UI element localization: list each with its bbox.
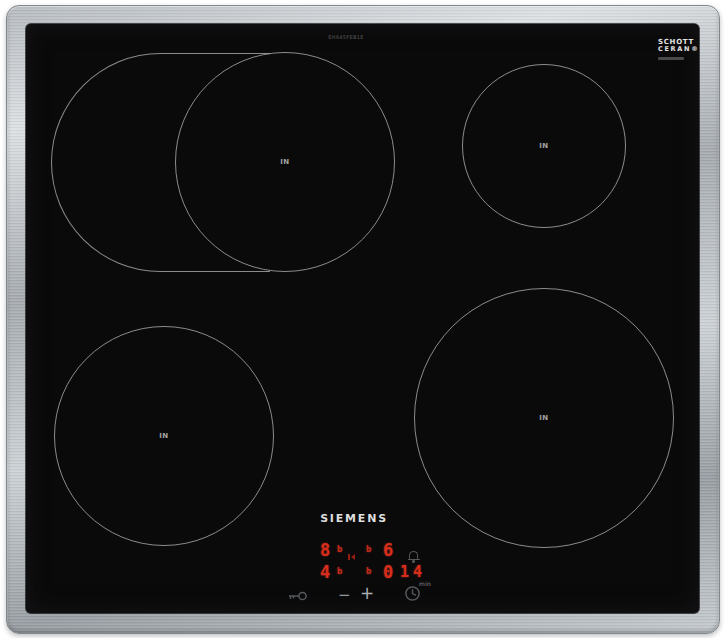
minus-button[interactable]: − [338, 588, 351, 603]
zone-bottom-left-label: IN [159, 432, 169, 440]
schott-logo-line2: CERAN® [658, 46, 699, 53]
level-display-front-right: 0 [383, 564, 393, 581]
zone-top-right-label: IN [539, 142, 549, 150]
schott-ceran-logo: SCHOTT CERAN® [658, 38, 699, 60]
steel-frame: EH645FEB1E SCHOTT CERAN® IN IN IN IN SIE… [6, 5, 720, 634]
level-display-front-left: 4 [320, 564, 330, 581]
zone-top-right: IN [462, 64, 626, 228]
boost-indicator-3: b [337, 567, 342, 576]
model-label: EH645FEB1E [296, 34, 396, 40]
key-icon[interactable] [287, 588, 309, 607]
zone-bottom-right: IN [414, 288, 674, 548]
bell-icon-shape [409, 551, 418, 559]
ceran-glass-surface: EH645FEB1E SCHOTT CERAN® IN IN IN IN SIE… [26, 24, 699, 613]
schott-logo-subtext [658, 57, 684, 60]
timer-display: 14 [400, 565, 426, 580]
zone-link-bar [348, 554, 350, 560]
level-display-rear-right: 6 [383, 542, 393, 559]
clock-icon[interactable] [404, 585, 421, 606]
zone-link-arrow [351, 554, 355, 560]
boost-indicator-2: b [366, 545, 371, 554]
plus-button[interactable]: + [360, 585, 374, 602]
boost-indicator-1: b [337, 545, 342, 554]
bell-icon [409, 551, 418, 559]
brand-logo: SIEMENS [304, 512, 404, 525]
zone-bottom-right-label: IN [539, 414, 549, 422]
zone-top-left-label: IN [280, 158, 290, 166]
zone-bottom-left: IN [54, 326, 274, 546]
zone-top-left: IN [175, 52, 395, 272]
boost-indicator-4: b [366, 567, 371, 576]
level-display-rear-left: 8 [320, 542, 330, 559]
zone-link-icon [348, 554, 355, 560]
cooktop-product-image: EH645FEB1E SCHOTT CERAN® IN IN IN IN SIE… [0, 0, 727, 638]
